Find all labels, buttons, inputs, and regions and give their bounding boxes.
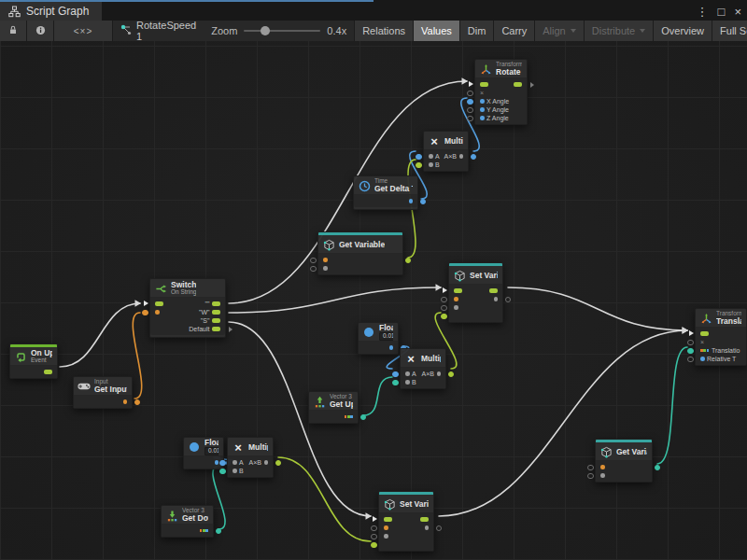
node-multiply-top[interactable]: ×MultiplyAA×BB [423, 131, 469, 172]
port-type-dot [700, 357, 705, 361]
toolbar-button-values[interactable]: Values [413, 21, 459, 41]
port-connector[interactable] [216, 528, 222, 535]
port-connector[interactable] [420, 199, 427, 205]
port-connector[interactable] [441, 314, 447, 320]
code-view-button[interactable]: <×> [54, 21, 113, 41]
node-value-field[interactable]: 0.01 [379, 332, 393, 341]
wire [439, 330, 687, 516]
node-ports [359, 341, 398, 354]
port-connector[interactable] [392, 371, 399, 378]
port-connector[interactable] [448, 371, 455, 378]
graph-canvas[interactable]: On UpdateEventInputGet Input StrinSwitch… [0, 41, 747, 560]
close-icon[interactable]: × [734, 6, 741, 18]
toolbar-button-carry[interactable]: Carry [493, 21, 534, 41]
node-get-up[interactable]: Vector 3Get Up [308, 391, 359, 424]
port-connector[interactable] [441, 305, 447, 312]
flow-port[interactable] [480, 82, 488, 87]
port-connector[interactable] [310, 258, 317, 264]
port-connector[interactable] [471, 154, 477, 161]
node-float-mid[interactable]: Float0.01 [358, 322, 399, 355]
port-connector[interactable] [687, 340, 694, 346]
node-multiply-bottom[interactable]: ×MultiplyAA×BB [227, 437, 274, 478]
tab-script-graph[interactable]: Script Graph [0, 2, 102, 21]
node-get-down[interactable]: Vector 3Get Down [161, 505, 214, 538]
flow-port[interactable] [212, 327, 220, 331]
port-connector[interactable] [441, 297, 447, 303]
node-header: InputGet Input Strin [74, 377, 132, 395]
node-on-update[interactable]: On UpdateEvent [9, 343, 58, 379]
more-menu-icon[interactable]: ⋮ [697, 6, 709, 18]
flow-port[interactable] [212, 301, 220, 306]
port-connector[interactable] [219, 460, 226, 467]
port-connector[interactable] [134, 399, 141, 406]
port-connector[interactable] [371, 525, 377, 532]
port-connector[interactable] [371, 542, 377, 549]
graph-reference[interactable]: RotateSpeed 1 [113, 21, 204, 41]
node-get-variable-br[interactable]: Get Variable [595, 439, 653, 483]
toolbar-button-distribute[interactable]: Distribute [584, 21, 653, 41]
port-connector[interactable] [405, 258, 412, 264]
port-connector[interactable] [310, 266, 317, 273]
flow-port[interactable] [155, 301, 163, 306]
flow-port[interactable] [514, 82, 522, 87]
node-get-variable-top[interactable]: Get Variable [317, 231, 403, 275]
flow-port[interactable] [212, 318, 220, 323]
port-connector[interactable] [360, 414, 367, 421]
node-get-input-string[interactable]: InputGet Input Strin [73, 376, 133, 409]
port-type-dot [494, 297, 499, 301]
lock-icon [8, 25, 18, 36]
transform-icon [699, 312, 712, 325]
port-type-dot [384, 534, 388, 539]
port-connector[interactable] [416, 154, 422, 161]
wire-arrowhead-icon [135, 300, 142, 307]
flow-port[interactable] [700, 331, 709, 336]
port-type-dot [454, 297, 458, 301]
port-connector[interactable] [467, 107, 473, 114]
node-title: Float [204, 439, 218, 447]
maximize-icon[interactable]: □ [718, 6, 726, 18]
port-connector[interactable] [371, 534, 377, 540]
flow-port[interactable] [212, 310, 220, 315]
node-value-field[interactable]: 0.01 [204, 447, 218, 455]
port-connector[interactable] [587, 473, 594, 480]
node-multiply-mid[interactable]: ×MultiplyAA×BB [400, 348, 446, 389]
port-connector[interactable] [436, 525, 443, 532]
node-title: Get Input Strin [94, 385, 127, 394]
toolbar-button-dim[interactable]: Dim [459, 21, 494, 41]
port-connector[interactable] [587, 465, 594, 471]
port-connector[interactable] [467, 116, 473, 122]
port-connector[interactable] [416, 162, 422, 169]
lock-button[interactable] [0, 21, 27, 41]
node-rotate[interactable]: TransformRotate×X AngleY AngleZ Angle [474, 59, 528, 125]
flow-port[interactable] [489, 288, 498, 293]
flow-port[interactable] [454, 288, 462, 293]
port-connector[interactable] [505, 297, 512, 303]
toolbar-button-full-screen[interactable]: Full Screen [712, 21, 747, 41]
node-float-bottom[interactable]: Float0.01 [183, 437, 224, 469]
zoom-slider-handle[interactable] [261, 26, 270, 35]
port-connector[interactable] [467, 91, 473, 97]
port-connector[interactable] [142, 310, 148, 316]
port-connector[interactable] [219, 469, 226, 475]
port-connector[interactable] [275, 460, 282, 467]
toolbar-button-overview[interactable]: Overview [653, 21, 712, 41]
port-connector[interactable] [467, 99, 473, 105]
port-connector[interactable] [687, 357, 694, 363]
node-switch-on-string[interactable]: SwitchOn String"""W""S"Default [149, 278, 226, 338]
node-get-delta-time[interactable]: TimeGet Delta Time [353, 175, 418, 210]
flow-port[interactable] [384, 517, 392, 522]
info-button[interactable] [27, 21, 54, 41]
toolbar-button-relations[interactable]: Relations [354, 21, 413, 41]
flow-port[interactable] [44, 370, 52, 374]
toolbar-button-align[interactable]: Align [534, 21, 583, 41]
port-type-dot [429, 154, 433, 159]
node-set-variable-mid[interactable]: Set Variable [448, 262, 503, 323]
node-translate[interactable]: TransformTranslati×TranslatioRelative T [695, 308, 747, 366]
node-set-variable-bottom[interactable]: Set Variable [378, 491, 434, 552]
port-connector[interactable] [687, 348, 694, 355]
port-connector[interactable] [655, 465, 661, 471]
port-connector[interactable] [392, 380, 399, 386]
node-header: ×Multiply [228, 438, 273, 455]
flow-port[interactable] [420, 517, 429, 522]
zoom-slider[interactable] [244, 30, 320, 32]
